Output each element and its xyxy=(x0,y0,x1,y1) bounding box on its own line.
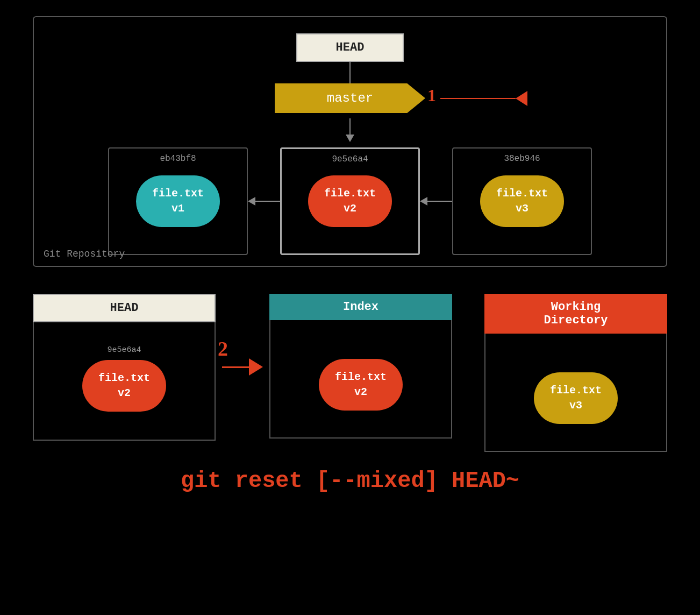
bottom-wd-content: file.txtv3 xyxy=(484,334,667,452)
master-label: master xyxy=(275,83,425,113)
commit-box-3: 38eb946 file.txtv3 xyxy=(452,147,592,255)
commit-hash-2: 9e5e6a4 xyxy=(282,154,418,164)
commit-hash-3: 38eb946 xyxy=(453,154,591,164)
master-to-commits-arrow xyxy=(45,118,655,142)
master-row: master 1 xyxy=(45,83,655,113)
bottom-section: HEAD 9e5e6a4 file.txtv2 2 Index file.txt… xyxy=(33,294,667,494)
bottom-wd-col: WorkingDirectory file.txtv3 xyxy=(484,294,667,452)
commit-pill-3: file.txtv3 xyxy=(480,175,564,227)
commits-row: eb43bf8 file.txtv1 9e5e6a4 file.txtv2 38… xyxy=(45,147,655,255)
commit-pill-2: file.txtv2 xyxy=(308,175,392,227)
bottom-arrow-area: 2 xyxy=(216,358,269,376)
number-2: 2 xyxy=(218,337,228,360)
number-1: 1 xyxy=(427,86,436,105)
git-repo-label: Git Repository xyxy=(44,249,125,259)
bottom-head-col: HEAD 9e5e6a4 file.txtv2 xyxy=(33,294,216,441)
bottom-head-label: HEAD xyxy=(33,294,216,322)
arrow-1-head xyxy=(516,91,527,106)
git-repository-box: HEAD master 1 eb43bf8 file.txtv1 xyxy=(33,16,667,267)
bottom-index-content: file.txtv2 xyxy=(269,320,452,439)
commit-box-1: eb43bf8 file.txtv1 xyxy=(108,147,248,255)
bottom-head-content: 9e5e6a4 file.txtv2 xyxy=(33,322,216,441)
bottom-wd-pill: file.txtv3 xyxy=(534,372,618,424)
bottom-index-col: Index file.txtv2 xyxy=(269,294,452,439)
commit-arrow-2 xyxy=(420,197,452,206)
commit-arrow-1 xyxy=(248,197,280,206)
bottom-head-hash: 9e5e6a4 xyxy=(107,345,141,355)
head-to-master-line xyxy=(349,62,351,83)
bottom-head-pill: file.txtv2 xyxy=(82,360,166,412)
arrow-1-shaft xyxy=(440,98,516,99)
bottom-wd-label: WorkingDirectory xyxy=(484,294,667,334)
bottom-index-pill: file.txtv2 xyxy=(319,359,403,411)
head-label-top: HEAD xyxy=(296,33,404,62)
git-command: git reset [--mixed] HEAD~ xyxy=(181,468,519,494)
bottom-index-label: Index xyxy=(269,294,452,320)
commit-hash-1: eb43bf8 xyxy=(109,154,247,164)
commit-box-2: 9e5e6a4 file.txtv2 xyxy=(280,147,420,255)
commit-pill-1: file.txtv1 xyxy=(136,175,220,227)
